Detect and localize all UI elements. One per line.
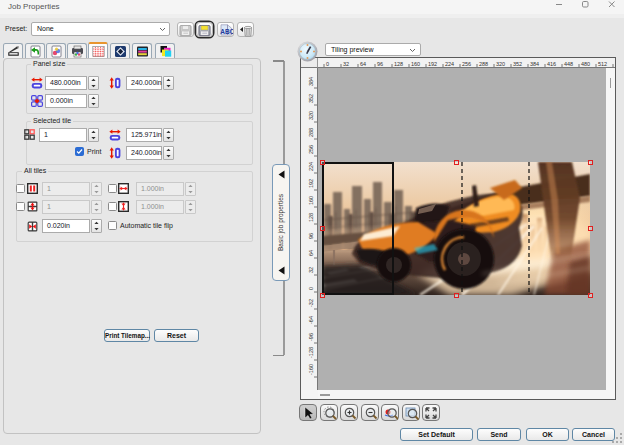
svg-text:-32: -32 <box>308 299 314 307</box>
svg-text:224: 224 <box>308 162 314 171</box>
svg-text:160: 160 <box>308 196 314 205</box>
svg-text:64: 64 <box>308 250 314 256</box>
svg-text:128: 128 <box>308 213 314 222</box>
svg-text:96: 96 <box>308 233 314 239</box>
svg-text:288: 288 <box>308 128 314 137</box>
svg-text:384: 384 <box>530 61 539 67</box>
svg-text:256: 256 <box>462 61 471 67</box>
svg-text:352: 352 <box>513 61 522 67</box>
svg-text:0: 0 <box>308 287 314 290</box>
svg-text:512: 512 <box>598 61 607 67</box>
svg-text:320: 320 <box>308 111 314 120</box>
svg-text:192: 192 <box>308 179 314 188</box>
svg-text:448: 448 <box>564 61 573 67</box>
svg-text:480: 480 <box>581 61 590 67</box>
svg-text:352: 352 <box>308 94 314 103</box>
svg-text:128: 128 <box>394 61 403 67</box>
svg-text:-160: -160 <box>308 364 314 375</box>
svg-text:96: 96 <box>377 61 383 67</box>
svg-text:192: 192 <box>428 61 437 67</box>
svg-text:0: 0 <box>326 61 329 67</box>
svg-text:32: 32 <box>343 61 349 67</box>
svg-text:-128: -128 <box>308 347 314 358</box>
svg-text:416: 416 <box>547 61 556 67</box>
svg-text:32: 32 <box>308 267 314 273</box>
svg-text:160: 160 <box>411 61 420 67</box>
svg-text:-96: -96 <box>308 333 314 341</box>
svg-text:256: 256 <box>308 145 314 154</box>
svg-text:64: 64 <box>360 61 366 67</box>
svg-text:288: 288 <box>479 61 488 67</box>
svg-text:-64: -64 <box>308 316 314 324</box>
svg-text:ABC: ABC <box>220 28 233 35</box>
svg-text:384: 384 <box>308 77 314 86</box>
svg-text:224: 224 <box>445 61 454 67</box>
svg-text:320: 320 <box>496 61 505 67</box>
